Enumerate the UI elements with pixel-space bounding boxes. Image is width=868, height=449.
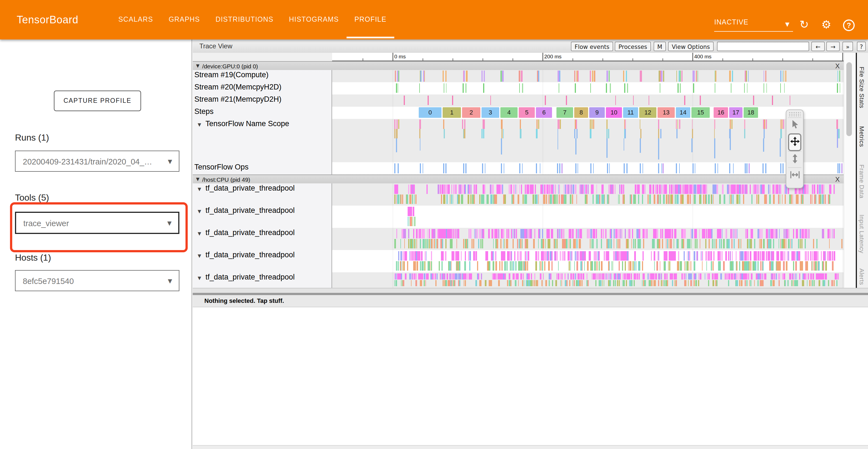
- trace-event-bar[interactable]: [702, 261, 703, 271]
- trace-event-bar[interactable]: [834, 273, 835, 279]
- trace-event-bar[interactable]: [729, 70, 731, 82]
- trace-event-bar[interactable]: [629, 229, 630, 238]
- trace-event-bar[interactable]: [695, 163, 695, 173]
- trace-event-bar[interactable]: [575, 163, 577, 173]
- trace-event-bar[interactable]: [687, 184, 689, 194]
- trace-event-bar[interactable]: [524, 261, 525, 271]
- trace-event-bar[interactable]: [690, 280, 692, 286]
- trace-event-bar[interactable]: [639, 229, 640, 238]
- trace-event-bar[interactable]: [504, 194, 506, 204]
- trace-event-bar[interactable]: [738, 194, 739, 204]
- trace-event-bar[interactable]: [749, 273, 749, 279]
- trace-event-bar[interactable]: [493, 194, 494, 204]
- trace-event-bar[interactable]: [829, 251, 831, 261]
- trace-event-bar[interactable]: [397, 184, 398, 194]
- trace-event-bar[interactable]: [519, 184, 520, 194]
- trace-event-bar[interactable]: [526, 194, 527, 204]
- trace-event-bar[interactable]: [824, 194, 824, 204]
- trace-event-bar[interactable]: [690, 194, 691, 204]
- trace-event-bar[interactable]: [736, 273, 738, 279]
- trace-event-bar[interactable]: [714, 273, 715, 279]
- trace-event-bar[interactable]: [490, 96, 491, 105]
- trace-event-bar[interactable]: [784, 229, 785, 238]
- trace-event-bar[interactable]: [566, 280, 567, 286]
- trace-event-bar[interactable]: [707, 229, 708, 238]
- trace-event-bar[interactable]: [409, 251, 410, 261]
- trace-event-bar[interactable]: [708, 194, 710, 204]
- trace-event-bar[interactable]: [460, 273, 462, 279]
- trace-event-bar[interactable]: [681, 70, 683, 82]
- trace-event-bar[interactable]: [572, 184, 575, 194]
- trace-event-bar[interactable]: [488, 229, 490, 238]
- trace-event-bar[interactable]: [492, 194, 493, 204]
- trace-event-bar[interactable]: [618, 273, 620, 279]
- trace-event-bar[interactable]: [493, 251, 493, 261]
- trace-event-bar[interactable]: [530, 229, 531, 238]
- trace-event-bar[interactable]: [420, 138, 421, 151]
- vertical-scrollbar-thumb[interactable]: [846, 62, 852, 136]
- trace-event-bar[interactable]: [513, 273, 514, 279]
- trace-event-bar[interactable]: [796, 273, 796, 279]
- trace-event-bar[interactable]: [561, 229, 562, 238]
- tab-graphs[interactable]: GRAPHS: [161, 0, 208, 39]
- trace-event-bar[interactable]: [470, 194, 472, 204]
- trace-event-bar[interactable]: [545, 251, 546, 261]
- trace-event-bar[interactable]: [427, 239, 429, 248]
- trace-event-bar[interactable]: [415, 239, 416, 248]
- trace-event-bar[interactable]: [771, 273, 772, 279]
- trace-event-bar[interactable]: [747, 273, 748, 279]
- trace-event-bar[interactable]: [554, 239, 555, 248]
- trace-event-bar[interactable]: [659, 273, 660, 279]
- trace-event-bar[interactable]: [598, 194, 599, 204]
- trace-event-bar[interactable]: [728, 184, 730, 194]
- trace-event-bar[interactable]: [534, 194, 534, 204]
- trace-event-bar[interactable]: [657, 194, 658, 204]
- trace-event-bar[interactable]: [438, 184, 439, 194]
- trace-event-bar[interactable]: [819, 194, 820, 204]
- trace-event-bar[interactable]: [658, 163, 659, 173]
- trace-event-bar[interactable]: [819, 184, 821, 194]
- trace-event-bar[interactable]: [674, 184, 675, 194]
- trace-event-bar[interactable]: [733, 163, 734, 173]
- trace-event-bar[interactable]: [455, 280, 455, 286]
- trace-event-bar[interactable]: [607, 70, 608, 82]
- trace-event-bar[interactable]: [608, 251, 609, 261]
- trace-event-bar[interactable]: [757, 261, 758, 271]
- trace-event-bar[interactable]: [515, 184, 516, 194]
- trace-event-bar[interactable]: [732, 194, 732, 204]
- trace-event-bar[interactable]: [741, 280, 743, 286]
- trace-event-bar[interactable]: [684, 273, 685, 279]
- trace-event-bar[interactable]: [419, 229, 421, 238]
- track-label[interactable]: ▼tf_data_private_threadpool: [193, 206, 332, 228]
- trace-event-bar[interactable]: [790, 239, 791, 248]
- trace-event-bar[interactable]: [457, 261, 457, 271]
- trace-event-bar[interactable]: [425, 280, 426, 286]
- trace-event-bar[interactable]: [642, 184, 642, 194]
- trace-event-bar[interactable]: [409, 207, 410, 216]
- trace-event-bar[interactable]: [500, 184, 502, 194]
- trace-event-bar[interactable]: [694, 194, 696, 204]
- trace-event-bar[interactable]: [566, 184, 567, 194]
- trace-event-bar[interactable]: [666, 251, 668, 261]
- trace-event-bar[interactable]: [517, 251, 519, 261]
- trace-event-bar[interactable]: [669, 261, 670, 271]
- trace-event-bar[interactable]: [711, 194, 712, 204]
- trace-event-bar[interactable]: [780, 138, 781, 157]
- trace-event-bar[interactable]: [603, 280, 604, 286]
- trace-event-bar[interactable]: [787, 229, 788, 238]
- trace-event-bar[interactable]: [515, 273, 516, 279]
- trace-event-bar[interactable]: [528, 239, 528, 248]
- trace-event-bar[interactable]: [440, 229, 442, 238]
- trace-event-bar[interactable]: [714, 184, 716, 194]
- trace-event-bar[interactable]: [659, 261, 660, 271]
- trace-event-bar[interactable]: [502, 273, 503, 279]
- trace-event-bar[interactable]: [561, 163, 562, 173]
- trace-event-bar[interactable]: [640, 129, 642, 138]
- trace-event-bar[interactable]: [402, 280, 402, 286]
- trace-event-bar[interactable]: [702, 184, 703, 194]
- trace-event-bar[interactable]: [564, 273, 566, 279]
- trace-event-bar[interactable]: [706, 261, 707, 271]
- trace-event-bar[interactable]: [575, 138, 577, 155]
- trace-event-bar[interactable]: [579, 273, 580, 279]
- trace-event-bar[interactable]: [692, 184, 693, 194]
